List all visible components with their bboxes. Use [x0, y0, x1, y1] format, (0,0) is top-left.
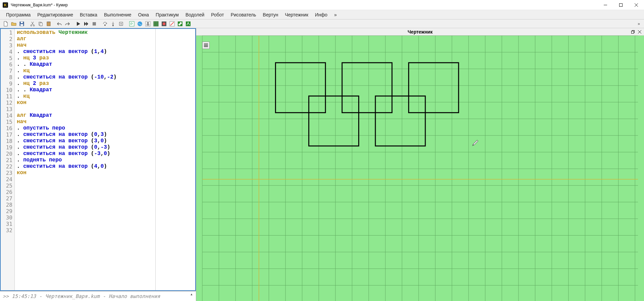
actor-2-icon[interactable]	[136, 20, 144, 28]
canvas-menu-icon[interactable]	[202, 42, 210, 49]
drawing-panel-header: Чертежник	[196, 28, 644, 36]
svg-rect-20	[147, 24, 149, 26]
svg-point-8	[33, 25, 35, 26]
line-number: 15	[1, 119, 14, 125]
code-line: кон	[17, 170, 153, 176]
panel-restore-icon[interactable]	[630, 29, 636, 35]
minimize-button[interactable]	[598, 0, 613, 10]
menu-item-4[interactable]: Окна	[135, 11, 153, 19]
undo-icon[interactable]	[56, 20, 63, 28]
code-line: нач	[17, 119, 153, 125]
actor-6-icon[interactable]	[168, 20, 176, 28]
svg-rect-79	[473, 140, 478, 145]
line-number: 11	[1, 93, 14, 100]
code-line	[17, 176, 153, 183]
run-icon[interactable]	[74, 20, 82, 28]
svg-point-27	[180, 22, 182, 24]
actor-4-icon[interactable]	[152, 20, 160, 28]
save-file-icon[interactable]	[18, 20, 25, 28]
code-line: нач	[17, 42, 153, 49]
code-line	[17, 195, 153, 202]
menu-item-7[interactable]: Робот	[208, 11, 227, 19]
paste-icon[interactable]	[45, 20, 52, 28]
code-line	[17, 189, 153, 195]
titlebar-left: K Чертежник_Варя.kum* - Кумир	[3, 2, 68, 8]
line-number: 16	[1, 125, 14, 132]
actor-8-icon[interactable]	[184, 20, 192, 28]
step-out-icon[interactable]	[117, 20, 125, 28]
run-fast-icon[interactable]	[83, 20, 90, 28]
console-scroll-up-icon[interactable]: ▲	[189, 292, 195, 296]
actor-5-icon[interactable]	[160, 20, 168, 28]
actor-3-icon[interactable]	[144, 20, 152, 28]
step-over-icon[interactable]	[101, 20, 109, 28]
svg-rect-12	[48, 21, 49, 22]
line-number: 26	[1, 189, 14, 195]
line-number: 20	[1, 151, 14, 157]
menubar: ПрограммаРедактированиеВставкаВыполнение…	[0, 10, 644, 19]
code-line	[17, 214, 153, 221]
svg-rect-13	[93, 22, 96, 26]
drawing-panel: Чертежник	[196, 28, 644, 301]
svg-rect-19	[147, 22, 149, 24]
code-line: . сместиться на вектор (-3,0)	[17, 151, 153, 157]
menu-item-10[interactable]: Чертежник	[281, 11, 312, 19]
menu-item-1[interactable]: Редактирование	[34, 11, 76, 19]
line-number: 28	[1, 202, 14, 208]
drawing-panel-title: Чертежник	[408, 29, 432, 35]
drawing-canvas[interactable]	[196, 36, 644, 301]
code-line: . кц	[17, 68, 153, 74]
line-number: 8	[1, 74, 14, 81]
close-button[interactable]	[629, 0, 644, 10]
menu-item-3[interactable]: Выполнение	[101, 11, 135, 19]
step-into-icon[interactable]	[109, 20, 117, 28]
toolbar: »	[0, 19, 644, 28]
console-panel: >> 15:45:13 - Чертежник_Варя.kum - Начал…	[0, 291, 196, 301]
menu-item-12[interactable]: »	[331, 11, 340, 19]
editor-panel: 1234567891011121314151617181920212223242…	[0, 28, 196, 301]
maximize-button[interactable]	[613, 0, 629, 10]
code-margin	[156, 29, 195, 290]
line-number: 9	[1, 81, 14, 87]
actor-1-icon[interactable]	[128, 20, 136, 28]
code-line: . сместиться на вектор (0,-3)	[17, 144, 153, 151]
line-number: 1	[1, 30, 14, 36]
drawn-square	[409, 63, 459, 113]
app-icon: K	[3, 2, 8, 8]
main-area: 1234567891011121314151617181920212223242…	[0, 28, 644, 301]
code-line: . сместиться на вектор (0,3)	[17, 132, 153, 138]
editor[interactable]: 1234567891011121314151617181920212223242…	[0, 28, 196, 291]
menu-item-2[interactable]: Вставка	[76, 11, 101, 19]
line-number: 17	[1, 132, 14, 138]
toolbar-overflow-icon[interactable]: »	[636, 21, 642, 26]
line-number: 10	[1, 87, 14, 93]
menu-item-9[interactable]: Вертун	[260, 11, 282, 19]
code-line: использовать Чертежник	[17, 30, 153, 36]
svg-rect-1	[620, 3, 623, 6]
menu-item-5[interactable]: Практикум	[152, 11, 182, 19]
code-area[interactable]: использовать Чертежникалгнач. сместиться…	[15, 29, 156, 290]
code-line: . . Квадрат	[17, 61, 153, 68]
actor-7-icon[interactable]	[176, 20, 184, 28]
cut-icon[interactable]	[29, 20, 36, 28]
open-file-icon[interactable]	[10, 20, 17, 28]
redo-icon[interactable]	[64, 20, 71, 28]
window-title: Чертежник_Варя.kum* - Кумир	[11, 3, 68, 7]
line-number-gutter: 1234567891011121314151617181920212223242…	[1, 29, 15, 290]
stop-icon[interactable]	[91, 20, 98, 28]
code-line: кон	[17, 100, 153, 106]
drawn-square	[275, 63, 325, 113]
menu-item-0[interactable]: Программа	[3, 11, 34, 19]
drawing-grid	[196, 36, 644, 301]
code-line: . . Квадрат	[17, 87, 153, 93]
panel-close-icon[interactable]	[637, 29, 643, 35]
svg-point-15	[112, 25, 114, 26]
line-number: 3	[1, 42, 14, 49]
menu-item-8[interactable]: Рисователь	[227, 11, 260, 19]
copy-icon[interactable]	[37, 20, 44, 28]
menu-item-11[interactable]: Инфо	[312, 11, 331, 19]
svg-point-23	[163, 22, 165, 25]
new-file-icon[interactable]	[2, 20, 9, 28]
code-line: . кц	[17, 93, 153, 100]
menu-item-6[interactable]: Водолей	[182, 11, 208, 19]
